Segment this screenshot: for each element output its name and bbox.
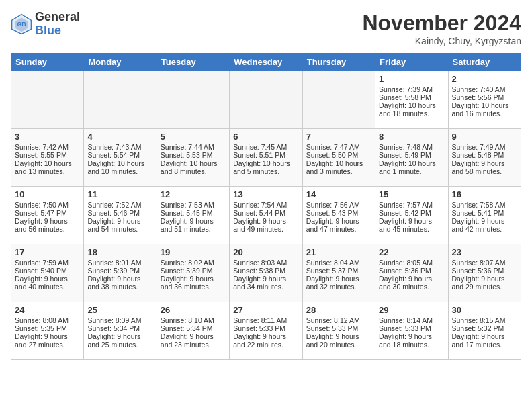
day-info: and 1 minute. — [379, 167, 444, 175]
calendar-cell — [230, 71, 302, 129]
header-thursday: Thursday — [302, 54, 375, 71]
day-info: Daylight: 10 hours — [15, 159, 80, 167]
day-info: and 58 minutes. — [452, 167, 517, 175]
day-info: Sunrise: 7:39 AM — [379, 85, 444, 93]
calendar-cell: 4Sunrise: 7:43 AMSunset: 5:54 PMDaylight… — [84, 129, 157, 187]
day-info: Sunset: 5:39 PM — [87, 267, 152, 275]
day-info: Daylight: 9 hours — [379, 332, 444, 340]
day-info: and 32 minutes. — [306, 283, 371, 291]
day-info: and 23 minutes. — [161, 340, 226, 349]
day-info: Daylight: 10 hours — [452, 101, 517, 109]
header-sunday: Sunday — [11, 54, 84, 71]
day-info: Daylight: 9 hours — [306, 332, 371, 340]
day-info: and 49 minutes. — [233, 225, 298, 233]
day-info: Sunset: 5:51 PM — [233, 151, 298, 159]
day-info: Daylight: 9 hours — [87, 275, 152, 283]
day-info: Sunset: 5:42 PM — [379, 209, 444, 217]
day-info: Sunrise: 7:43 AM — [87, 143, 152, 151]
day-info: and 18 minutes. — [379, 340, 444, 349]
day-number: 25 — [87, 305, 152, 315]
day-number: 16 — [452, 189, 517, 199]
day-number: 21 — [306, 247, 371, 257]
day-info: Sunrise: 8:05 AM — [379, 259, 444, 267]
day-info: and 45 minutes. — [379, 225, 444, 233]
calendar-week-row: 3Sunrise: 7:42 AMSunset: 5:55 PMDaylight… — [11, 129, 521, 187]
calendar-week-row: 10Sunrise: 7:50 AMSunset: 5:47 PMDayligh… — [11, 187, 521, 244]
calendar-cell: 6Sunrise: 7:45 AMSunset: 5:51 PMDaylight… — [230, 129, 302, 187]
day-number: 7 — [306, 132, 371, 142]
title-block: November 2024 Kaindy, Chuy, Kyrgyzstan — [362, 11, 521, 46]
day-info: Daylight: 9 hours — [452, 275, 517, 283]
day-info: and 27 minutes. — [15, 340, 80, 349]
calendar-cell: 2Sunrise: 7:40 AMSunset: 5:56 PMDaylight… — [448, 71, 521, 129]
day-info: Sunrise: 8:09 AM — [87, 316, 152, 324]
day-info: Sunset: 5:43 PM — [306, 209, 371, 217]
day-info: Daylight: 10 hours — [379, 159, 444, 167]
day-info: and 36 minutes. — [161, 283, 226, 291]
logo-line2: Blue — [35, 24, 80, 38]
day-info: and 30 minutes. — [379, 283, 444, 291]
day-info: Sunset: 5:35 PM — [15, 324, 80, 332]
day-info: Sunrise: 7:40 AM — [452, 85, 517, 93]
day-info: Sunrise: 7:53 AM — [161, 201, 226, 209]
day-info: Sunrise: 8:11 AM — [233, 316, 298, 324]
day-info: Daylight: 9 hours — [452, 332, 517, 340]
day-number: 1 — [379, 74, 444, 84]
calendar-cell: 9Sunrise: 7:49 AMSunset: 5:48 PMDaylight… — [448, 129, 521, 187]
day-info: and 51 minutes. — [161, 225, 226, 233]
day-info: Sunrise: 7:54 AM — [233, 201, 298, 209]
day-number: 28 — [306, 305, 371, 315]
day-info: Sunset: 5:45 PM — [161, 209, 226, 217]
calendar-cell: 5Sunrise: 7:44 AMSunset: 5:53 PMDaylight… — [157, 129, 229, 187]
day-number: 24 — [15, 305, 80, 315]
day-info: Daylight: 10 hours — [87, 159, 152, 167]
day-number: 20 — [233, 247, 298, 257]
day-info: Sunrise: 7:50 AM — [15, 201, 80, 209]
day-info: Sunrise: 8:01 AM — [87, 259, 152, 267]
day-number: 12 — [161, 189, 226, 199]
header-saturday: Saturday — [448, 54, 521, 71]
day-number: 26 — [161, 305, 226, 315]
day-number: 18 — [87, 247, 152, 257]
day-info: Daylight: 10 hours — [379, 101, 444, 109]
day-info: Daylight: 9 hours — [379, 217, 444, 225]
calendar-cell: 24Sunrise: 8:08 AMSunset: 5:35 PMDayligh… — [11, 302, 84, 360]
day-info: Sunrise: 7:45 AM — [233, 143, 298, 151]
logo: GB General Blue — [11, 11, 80, 38]
day-info: and 5 minutes. — [233, 167, 298, 175]
day-info: Sunset: 5:37 PM — [306, 267, 371, 275]
day-info: Sunrise: 7:56 AM — [306, 201, 371, 209]
calendar-week-row: 24Sunrise: 8:08 AMSunset: 5:35 PMDayligh… — [11, 302, 521, 360]
day-info: Sunset: 5:50 PM — [306, 151, 371, 159]
day-info: and 10 minutes. — [87, 167, 152, 175]
day-info: Sunrise: 8:15 AM — [452, 316, 517, 324]
day-info: Sunset: 5:46 PM — [87, 209, 152, 217]
day-info: Daylight: 9 hours — [161, 275, 226, 283]
day-info: Daylight: 9 hours — [306, 217, 371, 225]
day-info: Sunset: 5:58 PM — [379, 93, 444, 101]
calendar-cell: 26Sunrise: 8:10 AMSunset: 5:34 PMDayligh… — [157, 302, 229, 360]
day-info: Daylight: 9 hours — [379, 275, 444, 283]
day-info: Daylight: 9 hours — [87, 217, 152, 225]
day-number: 15 — [379, 189, 444, 199]
day-info: Sunset: 5:41 PM — [452, 209, 517, 217]
day-info: and 40 minutes. — [15, 283, 80, 291]
day-info: Sunset: 5:47 PM — [15, 209, 80, 217]
calendar-cell: 10Sunrise: 7:50 AMSunset: 5:47 PMDayligh… — [11, 187, 84, 244]
calendar-header-row: SundayMondayTuesdayWednesdayThursdayFrid… — [11, 54, 521, 71]
day-info: Daylight: 9 hours — [233, 217, 298, 225]
day-number: 22 — [379, 247, 444, 257]
day-info: Daylight: 9 hours — [452, 217, 517, 225]
day-info: Daylight: 10 hours — [161, 159, 226, 167]
day-info: Sunset: 5:36 PM — [452, 267, 517, 275]
day-info: Sunrise: 7:47 AM — [306, 143, 371, 151]
day-info: Sunrise: 8:03 AM — [233, 259, 298, 267]
day-info: Sunrise: 7:58 AM — [452, 201, 517, 209]
day-info: and 42 minutes. — [452, 225, 517, 233]
day-info: Sunset: 5:53 PM — [161, 151, 226, 159]
day-info: Daylight: 9 hours — [87, 332, 152, 340]
day-number: 8 — [379, 132, 444, 142]
day-info: Daylight: 9 hours — [233, 275, 298, 283]
logo-line1: General — [35, 11, 80, 24]
day-info: Sunset: 5:38 PM — [233, 267, 298, 275]
